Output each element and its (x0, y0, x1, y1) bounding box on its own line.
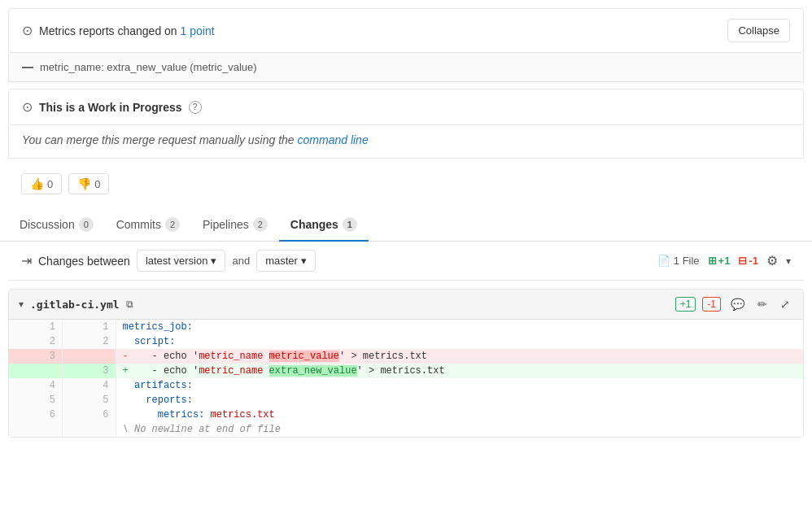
tab-pipelines[interactable]: Pipelines 2 (191, 209, 279, 242)
add-count-text: +1 (718, 255, 731, 267)
tab-changes-badge: 1 (343, 217, 357, 232)
table-row: 6 6 metrics: metrics.txt (9, 408, 803, 422)
new-line-num: 3 (63, 364, 116, 378)
tab-commits-label: Commits (116, 218, 161, 231)
diff-filename: .gitlab-ci.yml (30, 299, 120, 311)
metrics-text-before: Metrics reports changed on (39, 24, 177, 37)
line-content: metrics_job: (116, 320, 803, 334)
thumbs-up-emoji: 👍 (30, 177, 44, 190)
settings-icon[interactable]: ⚙ (766, 253, 778, 268)
line-content: metrics: metrics.txt (116, 408, 803, 422)
help-icon[interactable]: ? (189, 101, 202, 114)
wip-alert-icon: ⊙ (22, 99, 33, 115)
old-line-num (9, 422, 63, 437)
edit-icon[interactable]: ✏ (754, 296, 771, 312)
wip-title: This is a Work in Progress (39, 101, 182, 114)
diff-collapse-toggle[interactable]: ▾ (19, 299, 24, 310)
table-row: \ No newline at end of file (9, 422, 803, 437)
remove-count-text: -1 (749, 255, 758, 267)
merge-info-text: You can merge this merge request manuall… (22, 133, 295, 146)
new-line-num: 6 (63, 408, 116, 422)
metric-name-text: metric_name: extra_new_value (metric_val… (40, 61, 257, 73)
metrics-banner-left: ⊙ Metrics reports changed on 1 point (22, 23, 215, 38)
version-chevron-icon: ▾ (211, 255, 216, 267)
plus-box-icon: ⊞ (708, 255, 717, 267)
table-row: 5 5 reports: (9, 393, 803, 408)
changes-arrows-icon: ⇥ (21, 253, 32, 268)
thumbs-down-button[interactable]: 👎 0 (68, 173, 109, 194)
reactions-container: 👍 0 👎 0 (8, 165, 804, 203)
metrics-highlight-link[interactable]: 1 point (181, 24, 215, 37)
merge-info: You can merge this merge request manuall… (8, 125, 804, 159)
no-newline-notice: \ No newline at end of file (116, 422, 803, 437)
tab-discussion[interactable]: Discussion 0 (8, 209, 105, 242)
collapse-button[interactable]: Collapse (727, 19, 790, 42)
new-line-num: 2 (63, 334, 116, 349)
tab-changes[interactable]: Changes 1 (279, 209, 369, 242)
metrics-text: Metrics reports changed on 1 point (39, 24, 215, 37)
diff-add-badge-value: +1 (675, 297, 696, 312)
old-line-num: 3 (9, 349, 63, 364)
thumbs-down-count: 0 (94, 178, 100, 190)
tab-discussion-label: Discussion (20, 218, 75, 231)
diff-remove-badge-value: -1 (702, 297, 721, 312)
metric-name-bar: metric_name: extra_new_value (metric_val… (8, 53, 804, 82)
diff-header-right: +1 -1 💬 ✏ ⤢ (675, 296, 793, 312)
table-row: 1 1 metrics_job: (9, 320, 803, 334)
tab-commits[interactable]: Commits 2 (105, 209, 191, 242)
command-line-link[interactable]: command line (298, 133, 369, 146)
diff-add-badge: +1 (675, 297, 696, 312)
old-line-num: 4 (9, 378, 63, 393)
line-content: + - echo 'metric_name extra_new_value' >… (116, 364, 803, 378)
version-select[interactable]: latest version ▾ (137, 250, 226, 272)
diff-section: ▾ .gitlab-ci.yml ⧉ +1 -1 💬 ✏ ⤢ (8, 289, 804, 438)
line-content: reports: (116, 393, 803, 408)
page-container: ⊙ Metrics reports changed on 1 point Col… (0, 8, 812, 438)
diff-header-left: ▾ .gitlab-ci.yml ⧉ (19, 299, 133, 311)
new-line-num: 1 (63, 320, 116, 334)
new-line-num (63, 349, 116, 364)
old-line-num: 5 (9, 393, 63, 408)
diff-stat-remove: ⊟ -1 (738, 255, 758, 267)
changes-toolbar-right: 📄 1 File ⊞ +1 ⊟ -1 ⚙ ▾ (657, 253, 791, 268)
tab-pipelines-badge: 2 (253, 217, 268, 232)
table-row: 3 + - echo 'metric_name extra_new_value'… (9, 364, 803, 378)
thumbs-up-count: 0 (47, 178, 53, 190)
wip-banner: ⊙ This is a Work in Progress ? (8, 89, 804, 125)
metrics-banner: ⊙ Metrics reports changed on 1 point Col… (8, 8, 804, 53)
target-select-value: master (265, 255, 298, 267)
external-link-icon[interactable]: ⤢ (777, 296, 793, 312)
file-count: 📄 1 File (657, 255, 700, 267)
diff-stat-add: ⊞ +1 (708, 255, 731, 267)
diff-header: ▾ .gitlab-ci.yml ⧉ +1 -1 💬 ✏ ⤢ (9, 290, 803, 320)
old-line-num: 2 (9, 334, 63, 349)
alert-icon: ⊙ (22, 23, 33, 38)
changes-toolbar-left: ⇥ Changes between latest version ▾ and m… (21, 250, 316, 272)
tab-changes-label: Changes (290, 218, 338, 231)
tab-pipelines-label: Pipelines (203, 218, 249, 231)
dash-icon (22, 67, 33, 68)
target-select[interactable]: master ▾ (256, 250, 316, 272)
old-line-num: 1 (9, 320, 63, 334)
table-row: 2 2 script: (9, 334, 803, 349)
old-line-num (9, 364, 63, 378)
changes-toolbar: ⇥ Changes between latest version ▾ and m… (8, 242, 804, 281)
table-row: 4 4 artifacts: (9, 378, 803, 393)
tab-discussion-badge: 0 (79, 217, 94, 232)
tab-commits-badge: 2 (165, 217, 180, 232)
tabs-container: Discussion 0 Commits 2 Pipelines 2 Chang… (0, 209, 812, 242)
minus-box-icon: ⊟ (738, 255, 747, 267)
version-select-value: latest version (146, 255, 208, 267)
target-chevron-icon: ▾ (301, 255, 307, 267)
new-line-num: 5 (63, 393, 116, 408)
copy-icon[interactable]: ⧉ (126, 299, 133, 310)
thumbs-up-button[interactable]: 👍 0 (21, 173, 62, 194)
diff-remove-badge: -1 (702, 297, 721, 312)
comment-icon[interactable]: 💬 (727, 296, 748, 312)
file-icon: 📄 (657, 255, 670, 267)
settings-chevron-icon[interactable]: ▾ (786, 255, 791, 267)
changes-between-label: Changes between (38, 255, 130, 268)
line-content: script: (116, 334, 803, 349)
line-content: - - echo 'metric_name metric_value' > me… (116, 349, 803, 364)
diff-table: 1 1 metrics_job: 2 2 script: 3 - - echo … (9, 320, 803, 437)
